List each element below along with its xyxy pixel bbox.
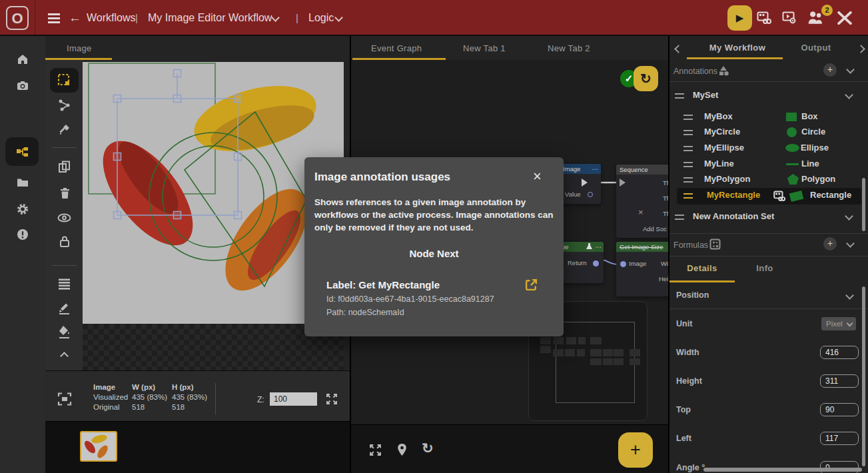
exec-in-port[interactable] <box>620 179 626 187</box>
add-formula-button[interactable]: + <box>823 237 837 250</box>
image-thumbnail[interactable] <box>80 431 117 462</box>
more-icon[interactable]: ⋯ <box>592 164 599 174</box>
annotation-item-type: Box <box>801 111 818 121</box>
close-icon[interactable]: × <box>533 168 542 185</box>
workflow-link-icon[interactable] <box>757 11 771 25</box>
annotation-item-name[interactable]: MyPolygon <box>704 174 750 184</box>
drag-handle-icon[interactable] <box>683 177 693 183</box>
top-input[interactable] <box>820 403 859 416</box>
more-icon[interactable]: ⋯ <box>596 242 602 252</box>
tab-my-workflow[interactable]: My Workflow <box>687 43 787 53</box>
drag-handle-icon[interactable] <box>683 146 693 151</box>
marquee-select-icon[interactable] <box>57 73 71 87</box>
location-pin-icon[interactable] <box>395 442 409 457</box>
annotations-scrollbar[interactable] <box>862 178 865 231</box>
chevron-left-icon[interactable] <box>674 45 683 53</box>
set-collapse-icon[interactable] <box>845 212 853 221</box>
breadcrumb-separator: | <box>135 0 138 36</box>
menu-icon[interactable] <box>48 13 60 23</box>
details-scrollbar[interactable] <box>862 286 865 466</box>
trash-icon[interactable] <box>59 187 71 200</box>
app-logo[interactable]: O <box>6 6 29 30</box>
annotation-item-name[interactable]: MyLine <box>704 159 734 169</box>
workflow-tree-icon[interactable] <box>16 145 29 159</box>
node-get-image-size[interactable]: Get Image Size Image Wid Heig <box>616 242 669 296</box>
fill-color-bucket-icon[interactable] <box>57 324 71 338</box>
refresh-icon[interactable]: ↻ <box>422 440 434 456</box>
lock-icon[interactable] <box>58 235 71 248</box>
duplicate-icon[interactable] <box>57 160 71 174</box>
drag-handle-icon[interactable] <box>683 162 693 167</box>
drag-handle-icon[interactable] <box>683 130 693 135</box>
chevron-down-icon[interactable] <box>334 13 343 22</box>
exec-out-port[interactable] <box>582 179 588 187</box>
plus-icon: + <box>630 440 641 460</box>
section-divider <box>669 256 868 256</box>
drag-handle-icon[interactable] <box>675 93 684 99</box>
add-annotation-set-button[interactable]: + <box>823 63 837 77</box>
image-port[interactable] <box>620 261 626 267</box>
tab-output[interactable]: Output <box>789 43 843 53</box>
collapse-toolbar-icon[interactable] <box>60 352 69 360</box>
horizontal-scrollbar[interactable] <box>703 468 862 472</box>
toolbar-divider <box>52 147 77 148</box>
chevron-right-icon[interactable] <box>857 45 865 53</box>
unit-select[interactable]: Pixel <box>821 317 856 330</box>
width-input[interactable] <box>820 346 859 359</box>
return-port[interactable] <box>593 260 599 266</box>
eyedropper-icon[interactable] <box>58 123 71 136</box>
formulas-collapse-icon[interactable] <box>846 239 855 248</box>
breadcrumb-workflows[interactable]: Workflows <box>87 0 136 36</box>
drag-handle-icon[interactable] <box>675 215 684 220</box>
alert-icon[interactable] <box>16 228 29 241</box>
annotations-collapse-icon[interactable] <box>846 65 855 74</box>
camera-icon[interactable] <box>16 79 29 93</box>
visibility-eye-icon[interactable] <box>57 212 72 224</box>
annotation-item-name[interactable]: MyCircle <box>704 127 740 137</box>
set-collapse-icon[interactable] <box>845 91 853 99</box>
workflow-name-dropdown[interactable]: My Image Editor Workflow <box>148 0 272 36</box>
add-socket-button[interactable]: Add Soc <box>643 225 667 233</box>
section-divider <box>669 233 868 234</box>
add-node-button[interactable]: + <box>618 432 653 468</box>
left-input[interactable] <box>820 432 859 445</box>
node-image[interactable]: Image ⋯ Value <box>560 164 601 204</box>
chevron-down-icon[interactable] <box>271 13 280 22</box>
gear-icon[interactable] <box>16 203 29 216</box>
tab-details[interactable]: Details <box>669 263 735 273</box>
layers-list-icon[interactable] <box>57 277 71 290</box>
stroke-color-pencil-icon[interactable] <box>57 300 71 314</box>
new-annotation-set-name[interactable]: New Annotation Set <box>693 211 774 221</box>
tab-image[interactable]: Image <box>67 43 92 53</box>
position-collapse-icon[interactable] <box>845 291 854 300</box>
fullscreen-expand-icon[interactable] <box>325 392 338 406</box>
node-sequence[interactable]: Sequence The The The × Add Soc <box>616 165 669 238</box>
remove-row-icon[interactable]: × <box>638 207 644 217</box>
back-icon[interactable]: ← <box>69 0 81 36</box>
annotation-set-name[interactable]: MySet <box>693 90 718 100</box>
focus-frame-icon[interactable] <box>57 392 72 406</box>
node-title: Image <box>563 165 580 173</box>
height-input[interactable] <box>820 374 859 388</box>
home-icon[interactable] <box>16 53 29 66</box>
value-port[interactable] <box>588 192 593 197</box>
node-recipe[interactable]: pe ⋯ Return <box>558 242 604 283</box>
table-cell: 435 (83%) <box>132 392 172 402</box>
tools-icon[interactable] <box>836 10 853 26</box>
drag-handle-icon[interactable] <box>683 193 693 199</box>
annotation-item-name[interactable]: MyRectangle <box>707 190 760 200</box>
process-settings-icon[interactable] <box>782 11 797 25</box>
graph-bottom-toolbar: ↻ + <box>351 424 669 473</box>
context-dropdown[interactable]: Logic <box>308 0 334 36</box>
tab-details-underline <box>669 280 735 282</box>
drag-handle-icon[interactable] <box>683 115 693 120</box>
run-button[interactable]: ▶ <box>727 5 752 31</box>
folder-icon[interactable] <box>16 176 29 189</box>
tab-info[interactable]: Info <box>735 263 795 273</box>
annotation-item-name[interactable]: MyBox <box>704 111 733 121</box>
share-nodes-icon[interactable] <box>58 99 71 112</box>
open-node-icon[interactable] <box>524 278 538 292</box>
fit-view-icon[interactable] <box>368 443 382 457</box>
zoom-input[interactable] <box>270 392 317 406</box>
annotation-item-name[interactable]: MyEllipse <box>704 143 744 153</box>
